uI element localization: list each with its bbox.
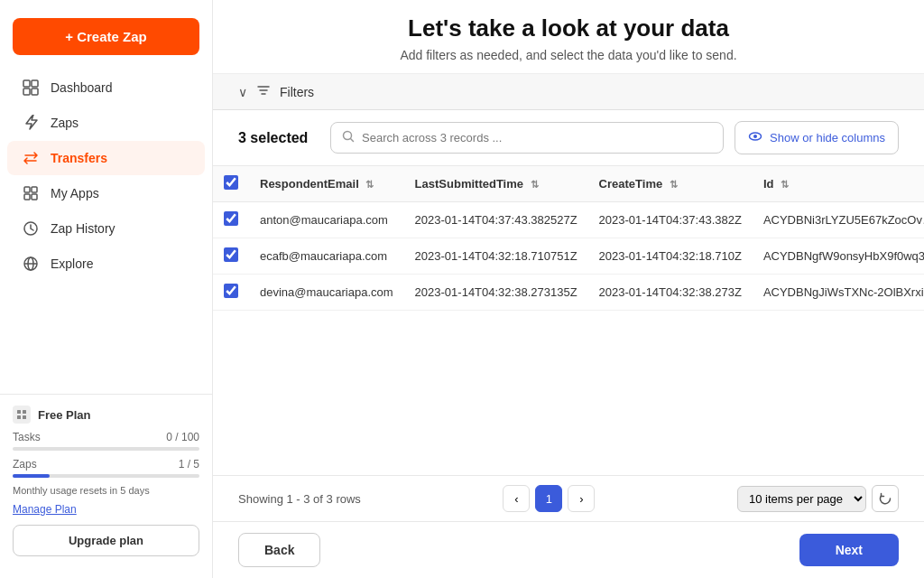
svg-rect-6 bbox=[24, 194, 30, 200]
table-row: anton@maucariapa.com 2023-01-14T04:37:43… bbox=[213, 202, 924, 238]
row1-email: anton@maucariapa.com bbox=[249, 202, 404, 238]
sidebar-item-dashboard-label: Dashboard bbox=[51, 80, 113, 95]
svg-rect-4 bbox=[24, 187, 30, 192]
sidebar-item-zap-history-label: Zap History bbox=[51, 221, 116, 236]
svg-rect-14 bbox=[17, 415, 21, 419]
row2-checkbox-cell bbox=[213, 238, 249, 275]
row3-last-submitted: 2023-01-14T04:32:38.273135Z bbox=[404, 275, 588, 311]
svg-rect-2 bbox=[23, 89, 30, 95]
row2-email: ecafb@maucariapa.com bbox=[249, 238, 404, 275]
my-apps-icon bbox=[22, 185, 40, 201]
sidebar: + Create Zap Dashboard Zaps Transfers My… bbox=[0, 0, 213, 578]
table-header-row: RespondentEmail ⇅ LastSubmittedTime ⇅ Cr… bbox=[213, 166, 924, 202]
transfers-icon bbox=[22, 150, 40, 166]
row2-last-submitted: 2023-01-14T04:32:18.710751Z bbox=[404, 238, 588, 275]
tasks-usage-row: Tasks 0 / 100 bbox=[13, 431, 199, 443]
svg-rect-5 bbox=[32, 187, 37, 192]
manage-plan-link[interactable]: Manage Plan bbox=[13, 503, 199, 516]
page-subtitle: Add filters as needed, and select the da… bbox=[238, 48, 899, 62]
sidebar-item-my-apps[interactable]: My Apps bbox=[7, 176, 205, 210]
dashboard-icon bbox=[22, 79, 40, 96]
items-per-page-select[interactable]: 10 items per page 25 items per page 50 i… bbox=[737, 486, 866, 512]
sidebar-item-zaps-label: Zaps bbox=[51, 116, 79, 130]
svg-rect-7 bbox=[32, 194, 37, 200]
sidebar-item-my-apps-label: My Apps bbox=[51, 186, 99, 200]
sidebar-item-explore-label: Explore bbox=[51, 256, 93, 271]
zaps-label: Zaps bbox=[13, 458, 37, 471]
row2-checkbox[interactable] bbox=[224, 247, 238, 262]
row1-last-submitted: 2023-01-14T04:37:43.382527Z bbox=[404, 202, 588, 238]
col-respondent-email[interactable]: RespondentEmail ⇅ bbox=[249, 166, 404, 202]
sidebar-item-zap-history[interactable]: Zap History bbox=[7, 211, 205, 246]
explore-icon bbox=[22, 256, 40, 272]
svg-rect-13 bbox=[23, 410, 26, 414]
svg-point-18 bbox=[753, 135, 757, 138]
refresh-button[interactable] bbox=[872, 485, 899, 512]
show-hide-columns-label: Show or hide columns bbox=[770, 131, 885, 144]
show-hide-columns-button[interactable]: Show or hide columns bbox=[735, 121, 899, 154]
sidebar-item-explore[interactable]: Explore bbox=[7, 247, 205, 281]
search-box[interactable] bbox=[330, 122, 724, 154]
row2-create-time: 2023-01-14T04:32:18.710Z bbox=[588, 238, 753, 275]
filters-icon bbox=[256, 83, 271, 100]
table-section: 3 selected Show or hide columns Re bbox=[213, 110, 924, 521]
upgrade-plan-button[interactable]: Upgrade plan bbox=[13, 525, 199, 556]
col-last-submitted[interactable]: LastSubmittedTime ⇅ bbox=[404, 166, 588, 202]
search-icon bbox=[342, 130, 355, 145]
footer-nav: Back Next bbox=[213, 521, 924, 578]
sort-arrows-email: ⇅ bbox=[365, 179, 374, 190]
row1-checkbox-cell bbox=[213, 202, 249, 238]
create-zap-button[interactable]: + Create Zap bbox=[13, 18, 199, 55]
row3-id: ACYDBNgJiWsTXNc-2OlBXrxiuEK1RR2rz0 bbox=[753, 275, 924, 311]
tasks-count: 0 / 100 bbox=[166, 431, 199, 443]
next-button[interactable]: Next bbox=[799, 534, 899, 566]
filters-label: Filters bbox=[280, 85, 314, 99]
sort-arrows-create: ⇅ bbox=[670, 179, 678, 190]
zaps-usage-row: Zaps 1 / 5 bbox=[13, 458, 199, 471]
row3-email: devina@maucariapa.com bbox=[249, 275, 404, 311]
selected-count: 3 selected bbox=[238, 130, 319, 146]
row1-create-time: 2023-01-14T04:37:43.382Z bbox=[588, 202, 753, 238]
filters-bar[interactable]: ∨ Filters bbox=[213, 74, 924, 110]
back-button[interactable]: Back bbox=[238, 533, 320, 567]
row2-id: ACYDBNgfW9onsyHbX9f0wq3BvZl0_66b bbox=[753, 238, 924, 275]
col-create-time[interactable]: CreateTime ⇅ bbox=[588, 166, 753, 202]
zaps-bar-bg bbox=[13, 474, 199, 478]
next-page-button[interactable]: › bbox=[568, 485, 595, 512]
search-input[interactable] bbox=[362, 131, 712, 144]
zap-history-icon bbox=[22, 220, 40, 237]
zaps-count: 1 / 5 bbox=[179, 458, 199, 471]
plan-label-row: Free Plan bbox=[13, 406, 199, 424]
row1-checkbox[interactable] bbox=[224, 211, 238, 226]
sort-arrows-submitted: ⇅ bbox=[531, 179, 539, 190]
plan-icon bbox=[13, 406, 31, 424]
sidebar-item-transfers[interactable]: Transfers bbox=[7, 141, 205, 175]
page-1-button[interactable]: 1 bbox=[535, 485, 562, 512]
page-controls: ‹ 1 › bbox=[503, 485, 595, 512]
tasks-label: Tasks bbox=[13, 431, 41, 443]
zaps-icon bbox=[22, 115, 40, 131]
row3-checkbox[interactable] bbox=[224, 284, 238, 298]
sidebar-item-zaps[interactable]: Zaps bbox=[7, 106, 205, 140]
prev-page-button[interactable]: ‹ bbox=[503, 485, 530, 512]
sidebar-item-transfers-label: Transfers bbox=[51, 151, 107, 165]
showing-text: Showing 1 - 3 of 3 rows bbox=[238, 492, 361, 506]
tasks-bar-bg bbox=[13, 447, 199, 451]
page-title: Let's take a look at your data bbox=[238, 14, 899, 42]
sidebar-item-dashboard[interactable]: Dashboard bbox=[7, 70, 205, 105]
svg-rect-12 bbox=[17, 410, 21, 414]
select-all-checkbox[interactable] bbox=[224, 175, 238, 190]
sidebar-nav: Dashboard Zaps Transfers My Apps Zap His… bbox=[0, 70, 212, 282]
sidebar-plan-section: Free Plan Tasks 0 / 100 Zaps 1 / 5 Month… bbox=[0, 394, 212, 567]
eye-icon bbox=[748, 129, 762, 146]
pagination-bar: Showing 1 - 3 of 3 rows ‹ 1 › 10 items p… bbox=[213, 475, 924, 521]
svg-rect-3 bbox=[32, 89, 38, 95]
col-id[interactable]: Id ⇅ bbox=[753, 166, 924, 202]
records-table: RespondentEmail ⇅ LastSubmittedTime ⇅ Cr… bbox=[213, 166, 924, 311]
col-checkbox bbox=[213, 166, 249, 202]
items-per-page: 10 items per page 25 items per page 50 i… bbox=[737, 485, 899, 512]
data-table: RespondentEmail ⇅ LastSubmittedTime ⇅ Cr… bbox=[213, 166, 924, 475]
svg-rect-0 bbox=[23, 80, 30, 87]
row1-id: ACYDBNi3rLYZU5E67kZocOvDJg4X9PcF bbox=[753, 202, 924, 238]
main-content: Let's take a look at your data Add filte… bbox=[213, 0, 924, 578]
